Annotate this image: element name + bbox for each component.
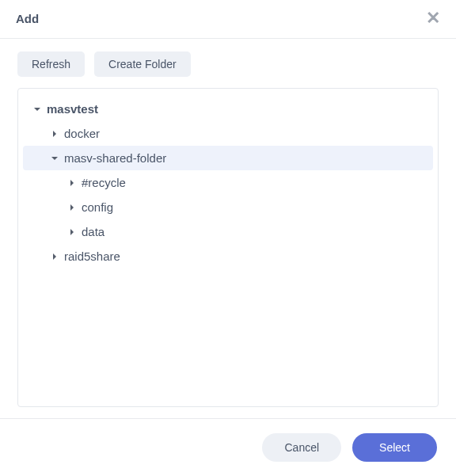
create-folder-button[interactable]: Create Folder — [94, 51, 191, 77]
caret-right-icon — [67, 179, 77, 187]
tree-node-recycle[interactable]: #recycle — [23, 170, 433, 195]
caret-right-icon — [50, 130, 59, 138]
dialog-header: Add ✕ — [0, 0, 456, 39]
tree-label: data — [82, 225, 104, 238]
tree-node-data[interactable]: data — [23, 219, 433, 244]
refresh-button[interactable]: Refresh — [17, 51, 85, 77]
tree-label: raid5share — [64, 249, 120, 263]
select-button[interactable]: Select — [352, 433, 437, 462]
tree-label: masvtest — [47, 102, 98, 116]
tree-node-docker[interactable]: docker — [23, 121, 433, 146]
caret-down-icon — [32, 105, 42, 113]
tree-root-row[interactable]: masvtest — [23, 97, 433, 121]
dialog-title: Add — [16, 12, 39, 25]
toolbar: Refresh Create Folder — [0, 39, 456, 88]
caret-right-icon — [67, 204, 77, 211]
folder-tree: masvtest docker — [17, 88, 439, 407]
tree-label: docker — [64, 127, 100, 140]
tree-label: config — [82, 200, 113, 214]
tree-node-config[interactable]: config — [23, 195, 433, 219]
caret-down-icon — [50, 154, 59, 162]
dialog-footer: Cancel Select — [0, 418, 456, 476]
tree-node-masv-shared-folder[interactable]: masv-shared-folder — [23, 146, 433, 170]
caret-right-icon — [67, 228, 77, 236]
close-icon[interactable]: ✕ — [426, 10, 440, 27]
caret-right-icon — [50, 253, 59, 261]
cancel-button[interactable]: Cancel — [262, 433, 341, 462]
add-folder-dialog: Add ✕ Refresh Create Folder masvtest — [0, 0, 456, 476]
tree-label: masv-shared-folder — [64, 151, 166, 165]
tree-node-raid5share[interactable]: raid5share — [23, 244, 433, 268]
tree-label: #recycle — [82, 176, 126, 189]
